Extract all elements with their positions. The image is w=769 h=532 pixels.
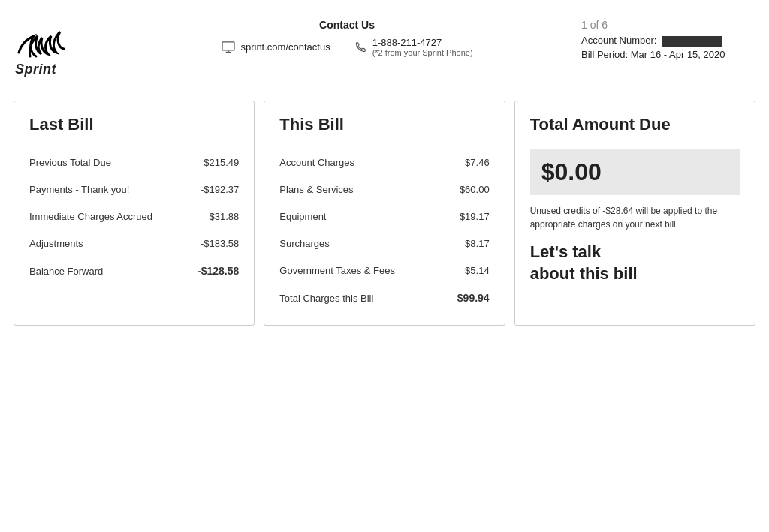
list-item: Plans & Services$60.00 (279, 176, 489, 203)
bill-period: Bill Period: Mar 16 - Apr 15, 2020 (581, 49, 746, 60)
list-item: Surcharges$8.17 (279, 230, 489, 257)
line-label: Government Taxes & Fees (279, 265, 395, 276)
list-item: Immediate Charges Accrued$31.88 (29, 203, 239, 230)
list-item: Adjustments-$183.58 (29, 230, 239, 257)
account-number-redacted (662, 36, 722, 47)
this-bill-items: Account Charges$7.46Plans & Services$60.… (279, 149, 489, 311)
line-value: $99.94 (457, 292, 490, 304)
total-due-card: Total Amount Due $0.00 Unused credits of… (514, 101, 755, 326)
cards-container: Last Bill Previous Total Due$215.49Payme… (8, 101, 761, 326)
line-label: Total Charges this Bill (279, 293, 373, 304)
phone-icon (353, 41, 368, 53)
sprint-logo-icon (15, 15, 68, 60)
list-item: Government Taxes & Fees$5.14 (279, 257, 489, 284)
line-label: Immediate Charges Accrued (29, 211, 152, 222)
phone-sub: (*2 from your Sprint Phone) (372, 48, 473, 57)
line-label: Payments - Thank you! (29, 184, 129, 195)
phone-number: 1-888-211-4727 (372, 37, 473, 48)
this-bill-title: This Bill (279, 115, 489, 134)
this-bill-card: This Bill Account Charges$7.46Plans & Se… (264, 101, 505, 326)
lets-talk-line2: about this bill (530, 264, 638, 283)
phone-block: 1-888-211-4727 (*2 from your Sprint Phon… (372, 37, 473, 57)
sprint-logo-text: Sprint (15, 62, 56, 77)
line-value: $60.00 (460, 184, 490, 195)
line-label: Balance Forward (29, 266, 103, 277)
page-number: 1 of 6 (581, 19, 746, 31)
line-value: $215.49 (204, 157, 239, 168)
website-url: sprint.com/contactus (240, 41, 330, 53)
list-item: Equipment$19.17 (279, 203, 489, 230)
credit-note: Unused credits of -$28.64 will be applie… (530, 204, 740, 231)
line-label: Surcharges (279, 238, 329, 249)
line-value: $31.88 (210, 211, 240, 222)
line-value: -$128.58 (198, 265, 239, 277)
list-item: Payments - Thank you!-$192.37 (29, 176, 239, 203)
line-label: Account Charges (279, 157, 354, 168)
total-amount-box: $0.00 (530, 149, 740, 195)
list-item: Account Charges$7.46 (279, 149, 489, 176)
line-value: $8.17 (465, 238, 490, 249)
line-label: Previous Total Due (29, 157, 111, 168)
computer-icon (221, 41, 236, 53)
last-bill-card: Last Bill Previous Total Due$215.49Payme… (14, 101, 255, 326)
line-label: Plans & Services (279, 184, 353, 195)
line-value: $7.46 (465, 157, 490, 168)
lets-talk-line1: Let's talk (530, 242, 602, 261)
account-label: Account Number: (581, 35, 656, 46)
list-item: Balance Forward-$128.58 (29, 257, 239, 284)
contact-methods: sprint.com/contactus 1-888-211-4727 (*2 … (221, 37, 472, 57)
lets-talk-cta: Let's talk about this bill (530, 242, 740, 284)
line-label: Adjustments (29, 238, 83, 249)
contact-section: Contact Us sprint.com/contactus 1-888-21… (113, 15, 581, 57)
list-item: Total Charges this Bill$99.94 (279, 284, 489, 311)
phone-contact: 1-888-211-4727 (*2 from your Sprint Phon… (353, 37, 473, 57)
total-amount-value: $0.00 (541, 158, 602, 185)
line-label: Equipment (279, 211, 326, 222)
line-value: $5.14 (465, 265, 490, 276)
website-contact: sprint.com/contactus (221, 41, 330, 53)
line-value: $19.17 (460, 211, 490, 222)
line-value: -$183.58 (201, 238, 239, 249)
list-item: Previous Total Due$215.49 (29, 149, 239, 176)
svg-rect-0 (222, 41, 234, 50)
logo-area: Sprint (15, 15, 83, 77)
account-info: 1 of 6 Account Number: Bill Period: Mar … (581, 15, 746, 60)
total-due-title: Total Amount Due (530, 115, 740, 134)
last-bill-title: Last Bill (29, 115, 239, 134)
line-value: -$192.37 (201, 184, 239, 195)
account-number-row: Account Number: (581, 35, 746, 47)
page-header: Sprint Contact Us sprint.com/contactus 1… (8, 8, 761, 89)
last-bill-items: Previous Total Due$215.49Payments - Than… (29, 149, 239, 284)
contact-title: Contact Us (319, 19, 375, 31)
